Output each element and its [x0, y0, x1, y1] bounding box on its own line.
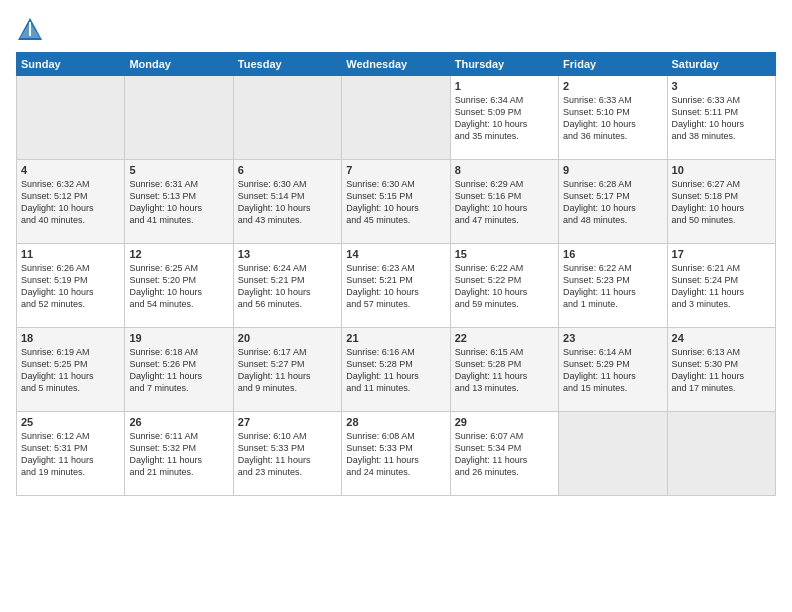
cell-info: Sunrise: 6:25 AM Sunset: 5:20 PM Dayligh…	[129, 262, 228, 311]
calendar-cell: 19Sunrise: 6:18 AM Sunset: 5:26 PM Dayli…	[125, 328, 233, 412]
cell-info: Sunrise: 6:30 AM Sunset: 5:15 PM Dayligh…	[346, 178, 445, 227]
cell-info: Sunrise: 6:22 AM Sunset: 5:23 PM Dayligh…	[563, 262, 662, 311]
cell-info: Sunrise: 6:17 AM Sunset: 5:27 PM Dayligh…	[238, 346, 337, 395]
calendar-cell: 20Sunrise: 6:17 AM Sunset: 5:27 PM Dayli…	[233, 328, 341, 412]
calendar-cell: 18Sunrise: 6:19 AM Sunset: 5:25 PM Dayli…	[17, 328, 125, 412]
page: SundayMondayTuesdayWednesdayThursdayFrid…	[0, 0, 792, 612]
cell-info: Sunrise: 6:29 AM Sunset: 5:16 PM Dayligh…	[455, 178, 554, 227]
cell-info: Sunrise: 6:33 AM Sunset: 5:10 PM Dayligh…	[563, 94, 662, 143]
day-number: 26	[129, 416, 228, 428]
calendar-cell: 15Sunrise: 6:22 AM Sunset: 5:22 PM Dayli…	[450, 244, 558, 328]
calendar-cell: 7Sunrise: 6:30 AM Sunset: 5:15 PM Daylig…	[342, 160, 450, 244]
day-number: 4	[21, 164, 120, 176]
cell-info: Sunrise: 6:33 AM Sunset: 5:11 PM Dayligh…	[672, 94, 771, 143]
day-number: 6	[238, 164, 337, 176]
calendar-cell: 1Sunrise: 6:34 AM Sunset: 5:09 PM Daylig…	[450, 76, 558, 160]
cell-info: Sunrise: 6:14 AM Sunset: 5:29 PM Dayligh…	[563, 346, 662, 395]
cell-info: Sunrise: 6:21 AM Sunset: 5:24 PM Dayligh…	[672, 262, 771, 311]
calendar-cell: 25Sunrise: 6:12 AM Sunset: 5:31 PM Dayli…	[17, 412, 125, 496]
header-cell-friday: Friday	[559, 53, 667, 76]
header-cell-tuesday: Tuesday	[233, 53, 341, 76]
calendar-cell: 4Sunrise: 6:32 AM Sunset: 5:12 PM Daylig…	[17, 160, 125, 244]
day-number: 10	[672, 164, 771, 176]
calendar-cell: 5Sunrise: 6:31 AM Sunset: 5:13 PM Daylig…	[125, 160, 233, 244]
calendar-cell: 2Sunrise: 6:33 AM Sunset: 5:10 PM Daylig…	[559, 76, 667, 160]
day-number: 28	[346, 416, 445, 428]
calendar-cell: 22Sunrise: 6:15 AM Sunset: 5:28 PM Dayli…	[450, 328, 558, 412]
calendar-cell: 17Sunrise: 6:21 AM Sunset: 5:24 PM Dayli…	[667, 244, 775, 328]
calendar-cell: 3Sunrise: 6:33 AM Sunset: 5:11 PM Daylig…	[667, 76, 775, 160]
cell-info: Sunrise: 6:32 AM Sunset: 5:12 PM Dayligh…	[21, 178, 120, 227]
day-number: 16	[563, 248, 662, 260]
cell-info: Sunrise: 6:19 AM Sunset: 5:25 PM Dayligh…	[21, 346, 120, 395]
calendar-cell: 14Sunrise: 6:23 AM Sunset: 5:21 PM Dayli…	[342, 244, 450, 328]
cell-info: Sunrise: 6:16 AM Sunset: 5:28 PM Dayligh…	[346, 346, 445, 395]
cell-info: Sunrise: 6:27 AM Sunset: 5:18 PM Dayligh…	[672, 178, 771, 227]
day-number: 23	[563, 332, 662, 344]
calendar-cell: 24Sunrise: 6:13 AM Sunset: 5:30 PM Dayli…	[667, 328, 775, 412]
day-number: 14	[346, 248, 445, 260]
week-row-5: 25Sunrise: 6:12 AM Sunset: 5:31 PM Dayli…	[17, 412, 776, 496]
calendar-cell	[233, 76, 341, 160]
cell-info: Sunrise: 6:22 AM Sunset: 5:22 PM Dayligh…	[455, 262, 554, 311]
day-number: 3	[672, 80, 771, 92]
day-number: 1	[455, 80, 554, 92]
day-number: 2	[563, 80, 662, 92]
calendar-cell: 21Sunrise: 6:16 AM Sunset: 5:28 PM Dayli…	[342, 328, 450, 412]
day-number: 18	[21, 332, 120, 344]
day-number: 22	[455, 332, 554, 344]
cell-info: Sunrise: 6:23 AM Sunset: 5:21 PM Dayligh…	[346, 262, 445, 311]
cell-info: Sunrise: 6:07 AM Sunset: 5:34 PM Dayligh…	[455, 430, 554, 479]
cell-info: Sunrise: 6:12 AM Sunset: 5:31 PM Dayligh…	[21, 430, 120, 479]
calendar-cell: 6Sunrise: 6:30 AM Sunset: 5:14 PM Daylig…	[233, 160, 341, 244]
header-cell-saturday: Saturday	[667, 53, 775, 76]
logo-icon	[16, 16, 44, 44]
day-number: 9	[563, 164, 662, 176]
calendar-cell: 11Sunrise: 6:26 AM Sunset: 5:19 PM Dayli…	[17, 244, 125, 328]
header-row: SundayMondayTuesdayWednesdayThursdayFrid…	[17, 53, 776, 76]
day-number: 7	[346, 164, 445, 176]
header	[16, 16, 776, 44]
week-row-1: 1Sunrise: 6:34 AM Sunset: 5:09 PM Daylig…	[17, 76, 776, 160]
day-number: 8	[455, 164, 554, 176]
day-number: 12	[129, 248, 228, 260]
cell-info: Sunrise: 6:26 AM Sunset: 5:19 PM Dayligh…	[21, 262, 120, 311]
cell-info: Sunrise: 6:13 AM Sunset: 5:30 PM Dayligh…	[672, 346, 771, 395]
calendar-cell: 28Sunrise: 6:08 AM Sunset: 5:33 PM Dayli…	[342, 412, 450, 496]
calendar-cell	[125, 76, 233, 160]
cell-info: Sunrise: 6:08 AM Sunset: 5:33 PM Dayligh…	[346, 430, 445, 479]
header-cell-thursday: Thursday	[450, 53, 558, 76]
calendar-cell	[559, 412, 667, 496]
week-row-3: 11Sunrise: 6:26 AM Sunset: 5:19 PM Dayli…	[17, 244, 776, 328]
day-number: 15	[455, 248, 554, 260]
cell-info: Sunrise: 6:31 AM Sunset: 5:13 PM Dayligh…	[129, 178, 228, 227]
calendar-cell: 29Sunrise: 6:07 AM Sunset: 5:34 PM Dayli…	[450, 412, 558, 496]
day-number: 27	[238, 416, 337, 428]
day-number: 20	[238, 332, 337, 344]
calendar-cell	[342, 76, 450, 160]
cell-info: Sunrise: 6:15 AM Sunset: 5:28 PM Dayligh…	[455, 346, 554, 395]
day-number: 29	[455, 416, 554, 428]
week-row-4: 18Sunrise: 6:19 AM Sunset: 5:25 PM Dayli…	[17, 328, 776, 412]
calendar-cell	[667, 412, 775, 496]
week-row-2: 4Sunrise: 6:32 AM Sunset: 5:12 PM Daylig…	[17, 160, 776, 244]
calendar-cell	[17, 76, 125, 160]
calendar-cell: 9Sunrise: 6:28 AM Sunset: 5:17 PM Daylig…	[559, 160, 667, 244]
cell-info: Sunrise: 6:24 AM Sunset: 5:21 PM Dayligh…	[238, 262, 337, 311]
cell-info: Sunrise: 6:10 AM Sunset: 5:33 PM Dayligh…	[238, 430, 337, 479]
calendar-cell: 13Sunrise: 6:24 AM Sunset: 5:21 PM Dayli…	[233, 244, 341, 328]
calendar-cell: 23Sunrise: 6:14 AM Sunset: 5:29 PM Dayli…	[559, 328, 667, 412]
header-cell-monday: Monday	[125, 53, 233, 76]
day-number: 13	[238, 248, 337, 260]
calendar-cell: 12Sunrise: 6:25 AM Sunset: 5:20 PM Dayli…	[125, 244, 233, 328]
calendar-cell: 16Sunrise: 6:22 AM Sunset: 5:23 PM Dayli…	[559, 244, 667, 328]
cell-info: Sunrise: 6:28 AM Sunset: 5:17 PM Dayligh…	[563, 178, 662, 227]
day-number: 24	[672, 332, 771, 344]
day-number: 19	[129, 332, 228, 344]
calendar-cell: 27Sunrise: 6:10 AM Sunset: 5:33 PM Dayli…	[233, 412, 341, 496]
cell-info: Sunrise: 6:34 AM Sunset: 5:09 PM Dayligh…	[455, 94, 554, 143]
cell-info: Sunrise: 6:11 AM Sunset: 5:32 PM Dayligh…	[129, 430, 228, 479]
calendar-cell: 26Sunrise: 6:11 AM Sunset: 5:32 PM Dayli…	[125, 412, 233, 496]
logo	[16, 16, 48, 44]
day-number: 11	[21, 248, 120, 260]
